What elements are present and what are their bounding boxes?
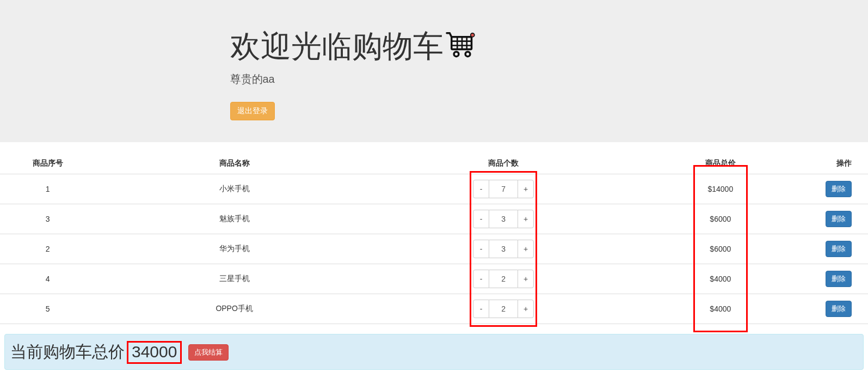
qty-input[interactable] — [489, 210, 518, 228]
cart-table-wrap: 商品序号 商品名称 商品个数 商品总价 操作 1小米手机-+$14000删除3魅… — [0, 153, 868, 324]
logout-button[interactable]: 退出登录 — [230, 102, 275, 120]
qty-minus-button[interactable]: - — [473, 300, 489, 318]
user-greeting: 尊贵的aa — [230, 72, 744, 87]
qty-plus-button[interactable]: + — [518, 180, 534, 198]
col-name: 商品名称 — [95, 153, 373, 174]
col-qty: 商品个数 — [373, 153, 634, 174]
col-subtotal: 商品总价 — [633, 153, 807, 174]
page-title: 欢迎光临购物车 — [230, 26, 744, 68]
cell-id: 4 — [0, 264, 95, 294]
page-header: 欢迎光临购物车 尊贵的aa 退出登录 — [0, 0, 868, 142]
qty-input[interactable] — [489, 300, 518, 318]
col-action: 操作 — [807, 153, 868, 174]
delete-button[interactable]: 删除 — [826, 211, 852, 227]
cell-name: 魅族手机 — [95, 204, 373, 234]
cell-id: 2 — [0, 234, 95, 264]
qty-minus-button[interactable]: - — [473, 180, 489, 198]
cell-subtotal: $6000 — [633, 204, 807, 234]
cell-name: 小米手机 — [95, 174, 373, 204]
svg-point-6 — [454, 51, 459, 56]
table-row: 1小米手机-+$14000删除 — [0, 174, 868, 204]
total-value: 34000 — [127, 341, 182, 364]
cart-icon — [446, 28, 478, 66]
qty-minus-button[interactable]: - — [473, 240, 489, 258]
delete-button[interactable]: 删除 — [826, 181, 852, 197]
qty-minus-button[interactable]: - — [473, 270, 489, 288]
table-row: 5OPPO手机-+$4000删除 — [0, 294, 868, 324]
cell-subtotal: $4000 — [633, 294, 807, 324]
cell-subtotal: $6000 — [633, 234, 807, 264]
cell-name: OPPO手机 — [95, 294, 373, 324]
cell-qty: -+ — [373, 174, 634, 204]
qty-input[interactable] — [489, 270, 518, 288]
qty-input[interactable] — [489, 180, 518, 198]
cell-action: 删除 — [807, 204, 868, 234]
table-row: 3魅族手机-+$6000删除 — [0, 204, 868, 234]
cell-action: 删除 — [807, 264, 868, 294]
cell-action: 删除 — [807, 294, 868, 324]
delete-button[interactable]: 删除 — [826, 301, 852, 317]
cell-action: 删除 — [807, 174, 868, 204]
cell-qty: -+ — [373, 204, 634, 234]
qty-plus-button[interactable]: + — [518, 210, 534, 228]
cell-subtotal: $14000 — [633, 174, 807, 204]
qty-minus-button[interactable]: - — [473, 210, 489, 228]
cell-qty: -+ — [373, 294, 634, 324]
qty-plus-button[interactable]: + — [518, 270, 534, 288]
delete-button[interactable]: 删除 — [826, 271, 852, 287]
cell-qty: -+ — [373, 264, 634, 294]
table-row: 4三星手机-+$4000删除 — [0, 264, 868, 294]
col-id: 商品序号 — [0, 153, 95, 174]
total-label: 当前购物车总价 — [10, 341, 125, 363]
cell-id: 5 — [0, 294, 95, 324]
qty-plus-button[interactable]: + — [518, 300, 534, 318]
total-bar: 当前购物车总价 34000 点我结算 — [4, 334, 864, 370]
cart-table: 商品序号 商品名称 商品个数 商品总价 操作 1小米手机-+$14000删除3魅… — [0, 153, 868, 324]
cell-name: 华为手机 — [95, 234, 373, 264]
checkout-button[interactable]: 点我结算 — [188, 344, 229, 361]
delete-button[interactable]: 删除 — [826, 241, 852, 257]
qty-input[interactable] — [489, 240, 518, 258]
cell-qty: -+ — [373, 234, 634, 264]
cell-subtotal: $4000 — [633, 264, 807, 294]
cell-id: 3 — [0, 204, 95, 234]
cell-action: 删除 — [807, 234, 868, 264]
cell-id: 1 — [0, 174, 95, 204]
qty-plus-button[interactable]: + — [518, 240, 534, 258]
table-row: 2华为手机-+$6000删除 — [0, 234, 868, 264]
svg-point-8 — [470, 33, 474, 36]
svg-point-7 — [465, 51, 470, 56]
cell-name: 三星手机 — [95, 264, 373, 294]
